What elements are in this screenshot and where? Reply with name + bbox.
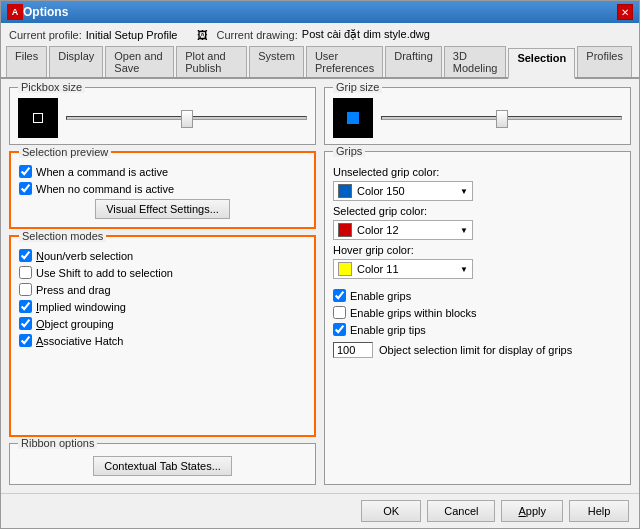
ok-button[interactable]: OK	[361, 500, 421, 522]
object-grouping-checkbox[interactable]	[19, 317, 32, 330]
shift-add-checkbox[interactable]	[19, 266, 32, 279]
hover-dropdown-arrow: ▼	[460, 265, 468, 274]
pickbox-area	[18, 94, 307, 138]
visual-effect-row: Visual Effect Settings...	[19, 197, 306, 221]
current-drawing-value: Post cài đặt dim style.dwg	[302, 28, 430, 41]
grip-slider-container	[381, 116, 622, 120]
close-button[interactable]: ✕	[617, 4, 633, 20]
selection-modes-section: Selection modes Noun/verb selection Use …	[9, 235, 316, 437]
hover-color-dropdown[interactable]: Color 11 ▼	[333, 259, 473, 279]
implied-windowing-label: Implied windowing	[36, 301, 126, 313]
noun-verb-checkbox[interactable]	[19, 249, 32, 262]
when-no-command-checkbox[interactable]	[19, 182, 32, 195]
selected-color-swatch	[338, 223, 352, 237]
tabs-bar: Files Display Open and Save Plot and Pub…	[1, 46, 639, 79]
tab-plot-publish[interactable]: Plot and Publish	[176, 46, 247, 77]
unselected-grip-label: Unselected grip color:	[333, 166, 622, 178]
profile-icon: 🖼	[197, 29, 208, 41]
grip-preview	[333, 98, 373, 138]
hover-grip-label: Hover grip color:	[333, 244, 622, 256]
right-panel: Grip size Grips Unselected grip color:	[324, 87, 631, 485]
tab-system[interactable]: System	[249, 46, 304, 77]
contextual-tab-button[interactable]: Contextual Tab States...	[93, 456, 232, 476]
selection-preview-title: Selection preview	[19, 146, 111, 158]
left-panel: Pickbox size Selection preview	[9, 87, 316, 485]
visual-effect-button[interactable]: Visual Effect Settings...	[95, 199, 230, 219]
enable-grips-checkbox[interactable]	[333, 289, 346, 302]
pickbox-slider-container	[66, 116, 307, 120]
implied-windowing-row: Implied windowing	[19, 298, 306, 315]
pickbox-slider[interactable]	[66, 116, 307, 120]
tab-profiles[interactable]: Profiles	[577, 46, 632, 77]
cancel-button[interactable]: Cancel	[427, 500, 495, 522]
options-dialog: A Options ✕ Current profile: Initial Set…	[0, 0, 640, 529]
when-command-active-label: When a command is active	[36, 166, 168, 178]
selection-modes-title: Selection modes	[19, 230, 106, 242]
main-content: Pickbox size Selection preview	[1, 79, 639, 493]
enable-grip-tips-checkbox[interactable]	[333, 323, 346, 336]
associative-hatch-label: Associative Hatch	[36, 335, 123, 347]
when-no-command-label: When no command is active	[36, 183, 174, 195]
associative-hatch-row: Associative Hatch	[19, 332, 306, 349]
tab-drafting[interactable]: Drafting	[385, 46, 442, 77]
grip-size-title: Grip size	[333, 81, 382, 93]
press-drag-row: Press and drag	[19, 281, 306, 298]
title-bar-text: Options	[23, 5, 617, 19]
press-drag-checkbox[interactable]	[19, 283, 32, 296]
grip-size-area	[333, 94, 622, 138]
object-grouping-row: Object grouping	[19, 315, 306, 332]
associative-hatch-checkbox[interactable]	[19, 334, 32, 347]
implied-windowing-checkbox[interactable]	[19, 300, 32, 313]
unselected-color-name: Color 150	[357, 185, 405, 197]
obj-limit-input[interactable]: 100	[333, 342, 373, 358]
unselected-color-dropdown[interactable]: Color 150 ▼	[333, 181, 473, 201]
current-profile-label: Current profile:	[9, 29, 82, 41]
selected-color-dropdown[interactable]: Color 12 ▼	[333, 220, 473, 240]
noun-verb-label: Noun/verb selection	[36, 250, 133, 262]
pickbox-slider-thumb[interactable]	[181, 110, 193, 128]
grip-slider[interactable]	[381, 116, 622, 120]
title-bar: A Options ✕	[1, 1, 639, 23]
enable-within-blocks-row: Enable grips within blocks	[333, 304, 622, 321]
unselected-dropdown-arrow: ▼	[460, 187, 468, 196]
pickbox-preview	[18, 98, 58, 138]
tab-selection[interactable]: Selection	[508, 48, 575, 79]
enable-within-blocks-label: Enable grips within blocks	[350, 307, 477, 319]
selection-preview-section: Selection preview When a command is acti…	[9, 151, 316, 229]
bottom-buttons: OK Cancel Apply Help	[1, 493, 639, 528]
obj-limit-label: Object selection limit for display of gr…	[379, 344, 572, 356]
press-drag-label: Press and drag	[36, 284, 111, 296]
help-button[interactable]: Help	[569, 500, 629, 522]
selected-color-name: Color 12	[357, 224, 399, 236]
enable-within-blocks-checkbox[interactable]	[333, 306, 346, 319]
app-icon: A	[7, 4, 23, 20]
when-command-active-row: When a command is active	[19, 163, 306, 180]
grip-slider-thumb[interactable]	[496, 110, 508, 128]
obj-limit-row: 100 Object selection limit for display o…	[333, 338, 622, 362]
grips-title: Grips	[333, 145, 365, 157]
object-grouping-label: Object grouping	[36, 318, 114, 330]
apply-button[interactable]: Apply	[501, 500, 563, 522]
current-drawing-label: Current drawing:	[216, 29, 297, 41]
grip-inner-box	[347, 112, 359, 124]
enable-grips-label: Enable grips	[350, 290, 411, 302]
shift-add-row: Use Shift to add to selection	[19, 264, 306, 281]
contextual-tab-row: Contextual Tab States...	[18, 454, 307, 478]
selected-dropdown-arrow: ▼	[460, 226, 468, 235]
pickbox-title: Pickbox size	[18, 81, 85, 93]
pickbox-section: Pickbox size	[9, 87, 316, 145]
selected-grip-label: Selected grip color:	[333, 205, 622, 217]
enable-grips-row: Enable grips	[333, 287, 622, 304]
shift-add-label: Use Shift to add to selection	[36, 267, 173, 279]
when-command-active-checkbox[interactable]	[19, 165, 32, 178]
ribbon-options-section: Ribbon options Contextual Tab States...	[9, 443, 316, 485]
tab-user-preferences[interactable]: User Preferences	[306, 46, 383, 77]
hover-color-swatch	[338, 262, 352, 276]
tab-open-save[interactable]: Open and Save	[105, 46, 174, 77]
noun-verb-row: Noun/verb selection	[19, 247, 306, 264]
grip-size-section: Grip size	[324, 87, 631, 145]
tab-display[interactable]: Display	[49, 46, 103, 77]
tab-3d-modeling[interactable]: 3D Modeling	[444, 46, 507, 77]
profile-row: Current profile: Initial Setup Profile 🖼…	[1, 23, 639, 46]
tab-files[interactable]: Files	[6, 46, 47, 77]
